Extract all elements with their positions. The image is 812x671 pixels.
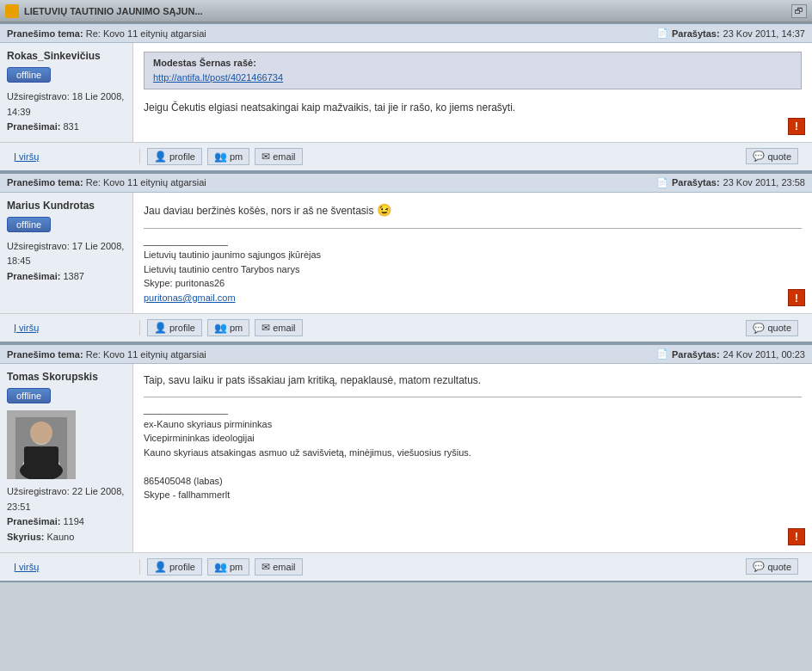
quote-btn-0[interactable]: quote bbox=[746, 148, 798, 164]
email-btn-1[interactable]: email bbox=[255, 319, 302, 336]
exclaim-icon-1[interactable]: ! bbox=[788, 289, 805, 306]
pm-icon-0 bbox=[214, 151, 227, 163]
topic-label-2: Pranešimo tema: Re: Kovo 11 eitynių atga… bbox=[7, 349, 206, 360]
post-header-1: Pranešimo tema: Re: Kovo 11 eitynių atga… bbox=[0, 172, 812, 193]
svg-point-5 bbox=[30, 422, 52, 444]
ivirsus-link-1[interactable]: Į viršų bbox=[14, 323, 39, 333]
sig-line-2-1: Vicepirmininkas ideologijai bbox=[144, 433, 255, 443]
post-footer-1: Į viršų profile pm email quote bbox=[0, 314, 812, 343]
title-bar: LIETUVIŲ TAUTINIO JAUNIMO SĄJUN... 🗗 bbox=[0, 0, 812, 22]
topic-label-0: Pranešimo tema: Re: Kovo 11 eitynių atga… bbox=[7, 28, 206, 39]
sig-line-2-5: Skype - fallhammerlt bbox=[144, 489, 230, 500]
email-icon-0 bbox=[261, 151, 270, 163]
profile-btn-1[interactable]: profile bbox=[147, 319, 202, 336]
smiley-wink: 😉 bbox=[377, 201, 391, 219]
ivirsus-link-0[interactable]: Į viršų bbox=[14, 151, 39, 162]
post-sig-2: ________________ex-Kauno skyriaus pirmin… bbox=[144, 397, 802, 502]
post-sidebar-2: Tomas Skorupskis offline Užsiregistravo:… bbox=[0, 364, 133, 551]
footer-right-2: profile pm email quote bbox=[140, 557, 805, 577]
exclaim-icon-2[interactable]: ! bbox=[788, 528, 805, 545]
quote-btn-1[interactable]: quote bbox=[746, 320, 798, 336]
sig-line-2-2: Kauno skyriaus atsakingas asmuo už saviš… bbox=[144, 447, 471, 458]
sig-line-1-0: Lietuvių tautinio jaunimo sąjungos įkūrė… bbox=[144, 249, 321, 260]
post-header-0: Pranešimo tema: Re: Kovo 11 eitynių atga… bbox=[0, 22, 812, 43]
profile-icon-2 bbox=[154, 561, 167, 573]
offline-status-0[interactable]: offline bbox=[7, 67, 51, 83]
footer-right-0: profile pm email quote bbox=[140, 146, 805, 167]
pm-icon-2 bbox=[214, 561, 227, 573]
user-meta-1: Užsiregistravo: 17 Lie 2008, 18:45 Prane… bbox=[7, 239, 126, 285]
forum-posts: Pranešimo tema: Re: Kovo 11 eitynių atga… bbox=[0, 22, 812, 582]
quote-icon-1 bbox=[753, 323, 765, 334]
post-footer-2: Į viršų profile pm email quote bbox=[0, 553, 812, 582]
post-text-2: Taip, savu laiku ir pats išsakiau jam kr… bbox=[144, 372, 802, 388]
post-sig-1: ________________Lietuvių tautinio jaunim… bbox=[144, 228, 802, 305]
quote-box-0: Modestas Šernas rašė: http://antifa.lt/p… bbox=[144, 52, 802, 89]
footer-left-1: Į viršų bbox=[7, 320, 140, 336]
offline-status-1[interactable]: offline bbox=[7, 217, 51, 232]
email-btn-2[interactable]: email bbox=[255, 558, 302, 576]
doc-icon-2 bbox=[656, 348, 668, 360]
sig-line-1-2: Skype: puritonas26 bbox=[144, 278, 225, 288]
sig-line-1-1: Lietuvių tautinio centro Tarybos narys bbox=[144, 264, 299, 274]
username-1: Marius Kundrotas bbox=[7, 200, 95, 212]
ivirsus-link-2[interactable]: Į viršų bbox=[14, 562, 39, 572]
email-btn-0[interactable]: email bbox=[255, 148, 302, 165]
profile-btn-2[interactable]: profile bbox=[147, 558, 202, 576]
post-row-1: Marius Kundrotas offline Užsiregistravo:… bbox=[0, 193, 812, 315]
quote-link-0[interactable]: http://antifa.lt/post/4021466734 bbox=[153, 72, 283, 83]
title-bar-text: LIETUVIŲ TAUTINIO JAUNIMO SĄJUN... bbox=[24, 6, 791, 16]
pm-icon-1 bbox=[214, 322, 227, 334]
doc-icon-1 bbox=[656, 177, 668, 188]
post-footer-0: Į viršų profile pm email quote bbox=[0, 143, 812, 172]
post-date-1: Parašytas: 23 Kov 2011, 23:58 bbox=[656, 177, 805, 188]
profile-icon-1 bbox=[154, 322, 167, 334]
exclaim-icon-0[interactable]: ! bbox=[788, 118, 805, 135]
post-content-0: Modestas Šernas rašė: http://antifa.lt/p… bbox=[133, 43, 812, 142]
app-icon bbox=[5, 4, 19, 18]
profile-icon-0 bbox=[154, 151, 167, 163]
footer-left-2: Į viršų bbox=[7, 559, 140, 575]
user-avatar-2 bbox=[7, 410, 76, 479]
restore-button[interactable]: 🗗 bbox=[791, 4, 807, 18]
sig-line-2-4: 865405048 (labas) bbox=[144, 476, 223, 486]
email-icon-2 bbox=[261, 561, 270, 573]
user-meta-2: Užsiregistravo: 22 Lie 2008, 23:51 Prane… bbox=[7, 484, 126, 545]
post-text-1: Jau daviau beržinės košės, nors ir aš ne… bbox=[144, 201, 802, 219]
username-2: Tomas Skorupskis bbox=[7, 371, 98, 383]
post-row-0: Rokas_Sinkevičius offline Užsiregistravo… bbox=[0, 43, 812, 143]
topic-label-1: Pranešimo tema: Re: Kovo 11 eitynių atga… bbox=[7, 177, 206, 188]
pm-btn-1[interactable]: pm bbox=[207, 319, 249, 336]
sig-email-link-1[interactable]: puritonas@gmail.com bbox=[144, 292, 236, 303]
offline-status-2[interactable]: offline bbox=[7, 388, 51, 403]
quote-icon-2 bbox=[753, 561, 765, 572]
user-meta-0: Užsiregistravo: 18 Lie 2008, 14:39 Prane… bbox=[7, 89, 126, 135]
post-text-0: Jeigu Čekutis elgiasi neatsakingai kaip … bbox=[144, 100, 802, 115]
sig-line-2-0: ex-Kauno skyriaus pirmininkas bbox=[144, 419, 272, 429]
post-content-2: Taip, savu laiku ir pats išsakiau jam kr… bbox=[133, 364, 812, 551]
pm-btn-2[interactable]: pm bbox=[207, 558, 249, 576]
post-row-2: Tomas Skorupskis offline Užsiregistravo:… bbox=[0, 364, 812, 552]
footer-left-0: Į viršų bbox=[7, 149, 140, 164]
username-0: Rokas_Sinkevičius bbox=[7, 50, 101, 62]
email-icon-1 bbox=[261, 322, 270, 334]
footer-right-1: profile pm email quote bbox=[140, 317, 805, 338]
profile-btn-0[interactable]: profile bbox=[147, 148, 202, 165]
post-sidebar-1: Marius Kundrotas offline Užsiregistravo:… bbox=[0, 193, 133, 314]
post-date-0: Parašytas: 23 Kov 2011, 14:37 bbox=[656, 28, 805, 39]
post-sidebar-0: Rokas_Sinkevičius offline Užsiregistravo… bbox=[0, 43, 133, 142]
quote-btn-2[interactable]: quote bbox=[746, 558, 798, 575]
post-content-1: Jau daviau beržinės košės, nors ir aš ne… bbox=[133, 193, 812, 314]
post-date-2: Parašytas: 24 Kov 2011, 00:23 bbox=[656, 348, 805, 360]
quote-icon-0 bbox=[753, 151, 765, 162]
pm-btn-0[interactable]: pm bbox=[207, 148, 249, 165]
doc-icon-0 bbox=[656, 28, 668, 39]
post-header-2: Pranešimo tema: Re: Kovo 11 eitynių atga… bbox=[0, 343, 812, 364]
quote-author-0: Modestas Šernas rašė: bbox=[153, 58, 792, 68]
